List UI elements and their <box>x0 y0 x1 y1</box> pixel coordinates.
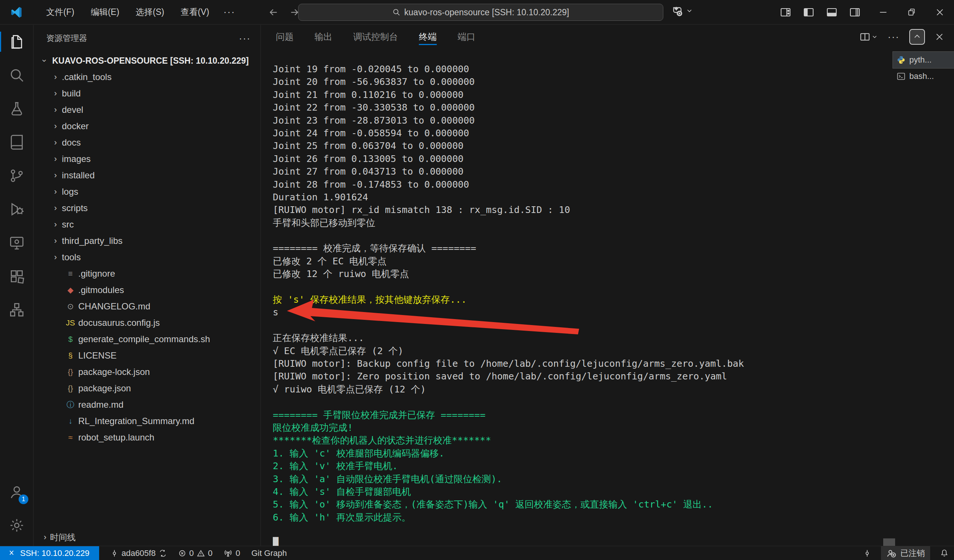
menu-more-button[interactable]: ··· <box>217 6 241 18</box>
containers-icon[interactable] <box>0 293 34 327</box>
extensions-icon[interactable] <box>0 260 34 293</box>
copilot-menu[interactable] <box>672 5 693 17</box>
tree-folder-row[interactable]: › docs <box>34 134 260 151</box>
tree-folder-row[interactable]: › scripts <box>34 200 260 216</box>
tree-file-row[interactable]: {} package-lock.json <box>34 364 260 380</box>
terminal-line: √ EC 电机零点已保存 (2 个) <box>273 345 891 358</box>
error-count: 0 <box>189 548 194 558</box>
copilot-signedout-item[interactable]: 已注销 <box>881 546 930 560</box>
tree-file-row[interactable]: {} package.json <box>34 380 260 397</box>
remote-indicator[interactable]: SSH: 10.10.20.229 <box>0 546 99 560</box>
tree-file-row[interactable]: ⊙ CHANGELOG.md <box>34 298 260 315</box>
tree-root-row[interactable]: › KUAVO-ROS-OPENSOURCE [SSH: 10.10.20.22… <box>34 53 260 69</box>
folder-name: logs <box>62 187 78 197</box>
git-graph-status-item[interactable]: Git Graph <box>251 548 287 558</box>
minimize-icon[interactable] <box>869 0 897 25</box>
flask-icon[interactable] <box>0 92 34 126</box>
command-center-search[interactable]: kuavo-ros-opensource [SSH: 10.10.20.229] <box>298 4 663 21</box>
scrollbar-thumb[interactable] <box>883 538 895 546</box>
terminal-line: Joint 26 from 0.133005 to 0.000000 <box>273 152 891 165</box>
source-control-icon[interactable] <box>0 159 34 193</box>
tree-file-row[interactable]: ⓘ readme.md <box>34 397 260 413</box>
tree-folder-row[interactable]: › src <box>34 216 260 233</box>
file-name: robot_setup.launch <box>78 432 154 443</box>
terminal-tabs-list: pyth... bash... <box>893 52 954 84</box>
toggle-panel-icon[interactable] <box>826 6 838 18</box>
terminal-label: bash... <box>909 72 934 81</box>
panel-tab[interactable]: 终端 <box>419 25 437 49</box>
port-icon[interactable] <box>863 549 871 557</box>
terminal-line: 已修改 12 个 ruiwo 电机零点 <box>273 268 891 280</box>
tree-folder-row[interactable]: › logs <box>34 184 260 200</box>
panel-tab[interactable]: 输出 <box>315 25 332 49</box>
customize-layout-icon[interactable] <box>779 6 792 18</box>
tree-file-row[interactable]: ≈ robot_setup.launch <box>34 429 260 446</box>
tree-folder-row[interactable]: › build <box>34 85 260 102</box>
tree-file-row[interactable]: ◆ .gitmodules <box>34 282 260 298</box>
settings-gear-icon[interactable] <box>0 509 34 542</box>
bell-icon[interactable] <box>940 549 949 558</box>
terminal-line: *******检查你的机器人的状态并进行校准******* <box>273 434 891 447</box>
git-graph-label: Git Graph <box>251 548 287 558</box>
terminal-line: Joint 28 from -0.174853 to 0.000000 <box>273 178 891 191</box>
tree-folder-row[interactable]: › tools <box>34 249 260 266</box>
terminal-list-item-python[interactable]: pyth... <box>893 52 954 68</box>
toggle-sidebar-icon[interactable] <box>803 6 815 18</box>
file-type-icon: $ <box>65 335 76 344</box>
problems-status-item[interactable]: 0 0 <box>178 548 213 558</box>
tree-folder-row[interactable]: › devel <box>34 102 260 118</box>
panel-tab[interactable]: 调试控制台 <box>353 25 398 49</box>
menu-item[interactable]: 文件(F) <box>38 3 83 21</box>
terminal-list-item-bash[interactable]: bash... <box>893 68 954 84</box>
tree-file-row[interactable]: JS docusaurus.config.js <box>34 315 260 331</box>
restore-icon[interactable] <box>897 0 926 25</box>
tree-file-row[interactable]: $ generate_compile_commands.sh <box>34 331 260 347</box>
panel-tab[interactable]: 端口 <box>458 25 475 49</box>
chevron-right-icon: › <box>51 138 60 148</box>
timeline-section[interactable]: › 时间线 <box>34 529 260 546</box>
vscode-window: 文件(F)编辑(E)选择(S)查看(V) ··· kuavo-ros-opens… <box>0 0 954 560</box>
tree-folder-row[interactable]: › third_party_libs <box>34 233 260 249</box>
split-terminal-button[interactable] <box>859 31 878 42</box>
terminal-line: [RUIWO motor]: Backup config file to /ho… <box>273 358 891 370</box>
tree-file-row[interactable]: ↓ RL_Integration_Summary.md <box>34 413 260 429</box>
menu-bar: 文件(F)编辑(E)选择(S)查看(V) ··· <box>31 3 241 21</box>
terminal-line <box>273 396 891 408</box>
search-icon[interactable] <box>0 58 34 92</box>
file-name: package-lock.json <box>78 367 150 377</box>
terminal-line: 按 's' 保存校准结果，按其他键放弃保存... <box>273 293 891 306</box>
tree-folder-row[interactable]: › installed <box>34 167 260 184</box>
menu-item[interactable]: 查看(V) <box>173 3 218 21</box>
folder-name: .catkin_tools <box>62 72 111 82</box>
tree-folder-row[interactable]: › .catkin_tools <box>34 69 260 85</box>
menu-item[interactable]: 选择(S) <box>128 3 173 21</box>
terminal-line: 限位校准成功完成! <box>273 422 891 434</box>
warning-icon <box>197 549 205 557</box>
more-actions-icon[interactable]: ··· <box>888 31 899 43</box>
remote-explorer-icon[interactable] <box>0 226 34 260</box>
tree-file-row[interactable]: ≡ .gitignore <box>34 266 260 282</box>
vscode-logo <box>8 4 25 20</box>
broadcast-status-item[interactable]: 0 <box>224 548 240 558</box>
tree-folder-row[interactable]: › images <box>34 151 260 167</box>
account-icon[interactable]: 1 <box>0 475 34 509</box>
book-icon[interactable] <box>0 126 34 159</box>
run-debug-icon[interactable] <box>0 193 34 226</box>
maximize-panel-icon[interactable] <box>909 29 925 45</box>
back-arrow-icon[interactable] <box>268 7 279 18</box>
explorer-icon[interactable] <box>0 25 34 58</box>
branch-status-item[interactable]: ada605f8 <box>110 548 167 558</box>
explorer-more-actions-icon[interactable]: ··· <box>239 33 251 44</box>
search-icon <box>393 8 401 16</box>
panel-tab[interactable]: 问题 <box>276 25 294 49</box>
terminal-output[interactable]: Joint 19 from -0.020045 to 0.000000Joint… <box>273 63 891 546</box>
copilot-signedout-icon <box>886 548 897 559</box>
close-icon[interactable] <box>926 0 954 25</box>
close-panel-icon[interactable] <box>935 32 944 42</box>
tree-file-row[interactable]: § LICENSE <box>34 347 260 364</box>
search-text: kuavo-ros-opensource [SSH: 10.10.20.229] <box>404 8 569 17</box>
tree-folder-row[interactable]: › docker <box>34 118 260 134</box>
terminal-line: 已修改 2 个 EC 电机零点 <box>273 255 891 268</box>
menu-item[interactable]: 编辑(E) <box>83 3 128 21</box>
toggle-secondary-sidebar-icon[interactable] <box>849 6 861 18</box>
